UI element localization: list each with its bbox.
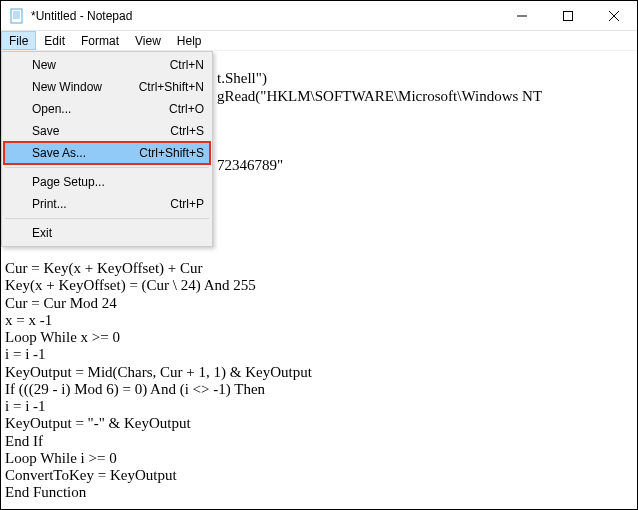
menuitem-new-window[interactable]: New Window Ctrl+Shift+N	[4, 76, 210, 98]
menu-edit[interactable]: Edit	[36, 31, 73, 50]
menuitem-print[interactable]: Print... Ctrl+P	[4, 193, 210, 215]
window-title: *Untitled - Notepad	[31, 9, 499, 23]
menuitem-shortcut: Ctrl+O	[169, 102, 204, 116]
code-line: i = i -1	[5, 398, 46, 414]
code-line: Cur = Cur Mod 24	[5, 295, 117, 311]
menu-file-label: File	[9, 34, 28, 48]
menuitem-label: Exit	[32, 226, 204, 240]
menuitem-label: Open...	[32, 102, 169, 116]
code-line: Key(x + KeyOffset) = (Cur \ 24) And 255	[5, 277, 256, 293]
code-line: Loop While i >= 0	[5, 450, 117, 466]
code-fragment: gRead("HKLM\SOFTWARE\Microsoft\Windows N…	[217, 88, 542, 104]
menuitem-shortcut: Ctrl+S	[170, 124, 204, 138]
menuitem-open[interactable]: Open... Ctrl+O	[4, 98, 210, 120]
menu-help[interactable]: Help	[169, 31, 210, 50]
code-line: i = i -1	[5, 346, 46, 362]
menuitem-save[interactable]: Save Ctrl+S	[4, 120, 210, 142]
menuitem-label: New Window	[32, 80, 139, 94]
code-line: x = x -1	[5, 312, 52, 328]
code-line: Loop While x >= 0	[5, 329, 120, 345]
menuitem-shortcut: Ctrl+Shift+N	[139, 80, 204, 94]
code-line: End If	[5, 433, 43, 449]
menuitem-shortcut: Ctrl+N	[170, 58, 204, 72]
code-fragment: 72346789"	[217, 157, 283, 173]
code-line: End Function	[5, 484, 86, 500]
menu-view-label: View	[135, 34, 161, 48]
menuitem-label: Save As...	[32, 146, 139, 160]
title-bar: *Untitled - Notepad	[1, 1, 637, 31]
maximize-button[interactable]	[545, 1, 591, 30]
menuitem-label: New	[32, 58, 170, 72]
code-line: KeyOutput = "-" & KeyOutput	[5, 415, 191, 431]
menuitem-save-as[interactable]: Save As... Ctrl+Shift+S	[4, 142, 210, 164]
svg-rect-6	[564, 11, 573, 20]
minimize-button[interactable]	[499, 1, 545, 30]
menuitem-exit[interactable]: Exit	[4, 222, 210, 244]
close-button[interactable]	[591, 1, 637, 30]
menu-separator	[5, 218, 209, 219]
menuitem-label: Print...	[32, 197, 170, 211]
notepad-icon	[9, 8, 25, 24]
menu-help-label: Help	[177, 34, 202, 48]
menu-file[interactable]: File	[1, 31, 36, 50]
menu-separator	[5, 167, 209, 168]
code-line: If (((29 - i) Mod 6) = 0) And (i <> -1) …	[5, 381, 265, 397]
code-line: Cur = Key(x + KeyOffset) + Cur	[5, 260, 203, 276]
menuitem-shortcut: Ctrl+Shift+S	[139, 146, 204, 160]
menuitem-new[interactable]: New Ctrl+N	[4, 54, 210, 76]
menu-format[interactable]: Format	[73, 31, 127, 50]
menuitem-label: Save	[32, 124, 170, 138]
window-controls	[499, 1, 637, 30]
menu-bar: File Edit Format View Help	[1, 31, 637, 51]
code-fragment: t.Shell")	[217, 70, 267, 86]
menuitem-page-setup[interactable]: Page Setup...	[4, 171, 210, 193]
code-line: ConvertToKey = KeyOutput	[5, 467, 177, 483]
menuitem-label: Page Setup...	[32, 175, 204, 189]
menu-format-label: Format	[81, 34, 119, 48]
menuitem-shortcut: Ctrl+P	[170, 197, 204, 211]
code-line: KeyOutput = Mid(Chars, Cur + 1, 1) & Key…	[5, 364, 312, 380]
menu-edit-label: Edit	[44, 34, 65, 48]
file-dropdown: New Ctrl+N New Window Ctrl+Shift+N Open.…	[1, 51, 213, 247]
menu-view[interactable]: View	[127, 31, 169, 50]
